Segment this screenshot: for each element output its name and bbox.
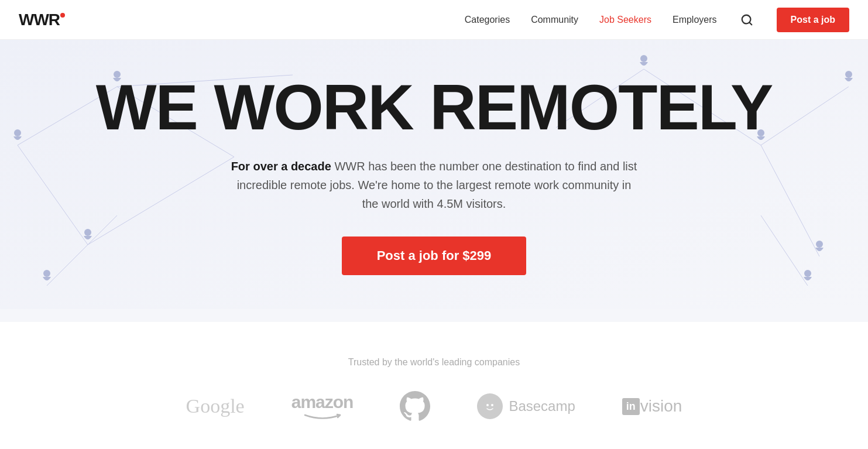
svg-point-25 [491,404,493,406]
nav-job-seekers[interactable]: Job Seekers [599,15,651,25]
google-logo-text: Google [186,395,245,417]
header: WWR Categories Community Job Seekers Emp… [0,0,868,40]
github-logo [400,391,430,421]
basecamp-face-icon [482,398,498,414]
amazon-smile [302,413,343,420]
google-logo: Google [186,395,245,417]
trusted-label: Trusted by the world's leading companies [12,357,856,368]
github-icon [400,391,430,421]
logo-dot [60,13,65,18]
svg-point-22 [804,270,811,277]
amazon-logo-text: amazon [291,392,354,412]
invision-logo: in vision [622,397,682,416]
svg-line-12 [47,215,117,286]
svg-point-21 [816,241,823,248]
svg-point-24 [486,404,489,406]
logo[interactable]: WWR [19,11,65,29]
hero-subtitle-bold: For over a decade [231,160,331,173]
invision-text: vision [640,397,682,416]
svg-line-1 [749,22,752,25]
post-job-header-button[interactable]: Post a job [777,8,849,32]
svg-point-18 [640,55,647,62]
hero-subtitle: For over a decade WWR has been the numbe… [229,157,639,213]
svg-line-10 [761,145,819,256]
main-nav: Categories Community Job Seekers Employe… [465,8,849,32]
hero-title: WE WORK REMOTELY [12,75,856,139]
svg-line-5 [18,145,88,245]
amazon-logo: amazon [291,392,354,420]
nav-community[interactable]: Community [531,15,578,25]
svg-point-17 [43,270,50,277]
svg-point-16 [84,229,91,236]
search-button[interactable] [738,11,756,29]
hero-section: WE WORK REMOTELY For over a decade WWR h… [0,40,868,322]
basecamp-logo: Basecamp [477,393,575,419]
logo-text: WWR [19,11,60,29]
svg-point-23 [482,398,498,414]
invision-in-badge: in [622,398,640,415]
trusted-section: Trusted by the world's leading companies… [0,322,868,445]
basecamp-text: Basecamp [509,398,575,414]
company-logos-row: Google amazon [12,391,856,421]
basecamp-icon [477,393,503,419]
hero-cta-button[interactable]: Post a job for $299 [342,237,527,275]
svg-line-13 [761,215,808,286]
search-icon [740,13,753,26]
nav-employers[interactable]: Employers [673,15,717,25]
nav-categories[interactable]: Categories [465,15,510,25]
svg-line-6 [88,157,234,245]
